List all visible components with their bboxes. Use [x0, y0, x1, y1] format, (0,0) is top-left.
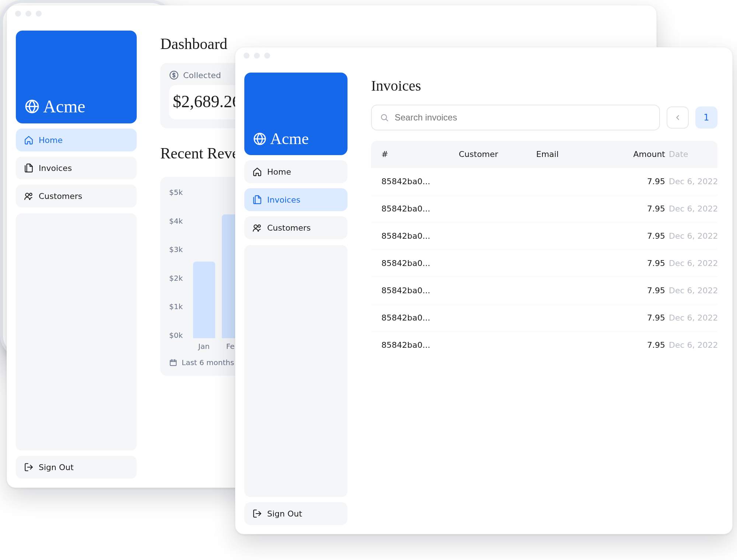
sidebar-item-home[interactable]: Home [16, 129, 137, 151]
cell-id: 85842ba0... [381, 204, 455, 213]
toolbar: 1 [371, 105, 717, 130]
brand-panel: Acme [16, 31, 137, 123]
col-date: Date [669, 150, 717, 159]
brand-name: Acme [43, 98, 85, 115]
table-row[interactable]: 85842ba0...7.95Dec 6, 2022 [371, 331, 717, 358]
cell-id: 85842ba0... [381, 231, 455, 241]
table-row[interactable]: 85842ba0...7.95Dec 6, 2022 [371, 168, 717, 195]
home-icon [252, 167, 262, 176]
xtick-label: Jan [198, 342, 210, 351]
invoices-icon [252, 195, 262, 204]
brand-panel: Acme [244, 73, 347, 155]
home-icon [24, 135, 34, 145]
cell-date: Dec 6, 2022 [669, 177, 717, 186]
calendar-icon [169, 358, 177, 367]
ytick-label: $3k [169, 245, 183, 254]
window-titlebar [7, 6, 656, 22]
cell-id: 85842ba0... [381, 259, 455, 268]
page-number-button[interactable]: 1 [695, 106, 717, 129]
col-email: Email [536, 150, 610, 159]
sidebar: Acme Home Invoices Customers Sign Out [235, 64, 356, 534]
sidebar-item-customers[interactable]: Customers [16, 185, 137, 207]
cell-amount: 7.95 [614, 259, 665, 268]
dollar-icon [169, 70, 179, 80]
cell-date: Dec 6, 2022 [669, 231, 717, 241]
traffic-light-close[interactable] [15, 11, 21, 17]
sidebar-item-invoices[interactable]: Invoices [16, 157, 137, 179]
table-row[interactable]: 85842ba0...7.95Dec 6, 2022 [371, 304, 717, 331]
ytick-label: $0k [169, 331, 183, 340]
ytick-label: $5k [169, 188, 183, 197]
sidebar-item-label: Customers [267, 223, 311, 232]
table-row[interactable]: 85842ba0...7.95Dec 6, 2022 [371, 277, 717, 304]
traffic-light-minimize[interactable] [254, 53, 260, 59]
signout-button[interactable]: Sign Out [244, 502, 347, 525]
chart-footer-label: Last 6 months [182, 358, 234, 367]
cell-amount: 7.95 [614, 313, 665, 322]
search-input[interactable] [394, 112, 651, 123]
search-input-wrapper[interactable] [371, 105, 660, 130]
table-row[interactable]: 85842ba0...7.95Dec 6, 2022 [371, 195, 717, 222]
col-customer: Customer [459, 150, 532, 159]
stat-label: Collected [183, 71, 221, 80]
signout-icon [24, 462, 34, 472]
ytick-label: $1k [169, 302, 183, 311]
ytick-label: $4k [169, 217, 183, 225]
sidebar-item-customers[interactable]: Customers [244, 216, 347, 239]
sidebar-item-label: Invoices [39, 164, 72, 173]
tablet-window-invoices: Acme Home Invoices Customers Sign Out [235, 47, 733, 534]
sidebar: Acme Home Invoices Customers Sign Out [7, 22, 146, 487]
customers-icon [252, 223, 262, 232]
cell-id: 85842ba0... [381, 177, 455, 186]
traffic-light-close[interactable] [244, 53, 249, 59]
sidebar-spacer [16, 213, 137, 451]
cell-amount: 7.95 [614, 340, 665, 350]
arrow-left-icon [674, 113, 682, 122]
cell-id: 85842ba0... [381, 313, 455, 322]
signout-icon [252, 509, 262, 518]
cell-date: Dec 6, 2022 [669, 340, 717, 350]
sidebar-item-label: Home [267, 167, 291, 176]
cell-amount: 7.95 [614, 286, 665, 295]
cell-date: Dec 6, 2022 [669, 259, 717, 268]
col-id: # [381, 150, 455, 159]
cell-date: Dec 6, 2022 [669, 286, 717, 295]
chart-yaxis: $5k$4k$3k$2k$1k$0k [169, 188, 183, 351]
traffic-light-zoom[interactable] [264, 53, 270, 59]
cell-id: 85842ba0... [381, 286, 455, 295]
main-content: Invoices 1 # Customer Email Amoun [356, 64, 732, 534]
customers-icon [24, 191, 34, 201]
page-title: Invoices [371, 77, 717, 94]
page-prev-button[interactable] [667, 106, 689, 129]
traffic-light-minimize[interactable] [25, 11, 31, 17]
cell-amount: 7.95 [614, 231, 665, 241]
brand-name: Acme [270, 131, 309, 147]
cell-amount: 7.95 [614, 177, 665, 186]
window-titlebar [235, 48, 732, 64]
cell-date: Dec 6, 2022 [669, 313, 717, 322]
cell-date: Dec 6, 2022 [669, 204, 717, 213]
traffic-light-zoom[interactable] [36, 11, 42, 17]
sidebar-item-label: Home [39, 136, 63, 145]
col-amount: Amount [614, 150, 665, 159]
cell-id: 85842ba0... [381, 340, 455, 350]
signout-button[interactable]: Sign Out [16, 456, 137, 479]
chart-bar: Jan [193, 262, 215, 351]
cell-amount: 7.95 [614, 204, 665, 213]
invoices-icon [24, 163, 34, 173]
sidebar-item-invoices[interactable]: Invoices [244, 188, 347, 211]
globe-icon [25, 99, 39, 114]
search-icon [380, 113, 389, 122]
ytick-label: $2k [169, 274, 183, 283]
sidebar-item-label: Customers [39, 192, 82, 201]
table-row[interactable]: 85842ba0...7.95Dec 6, 2022 [371, 249, 717, 277]
sidebar-item-label: Invoices [267, 195, 300, 204]
sidebar-item-home[interactable]: Home [244, 160, 347, 183]
sidebar-spacer [244, 245, 347, 497]
globe-icon [253, 132, 266, 146]
invoices-table: # Customer Email Amount Date 85842ba0...… [371, 141, 717, 358]
table-header: # Customer Email Amount Date [371, 141, 717, 168]
table-row[interactable]: 85842ba0...7.95Dec 6, 2022 [371, 222, 717, 249]
